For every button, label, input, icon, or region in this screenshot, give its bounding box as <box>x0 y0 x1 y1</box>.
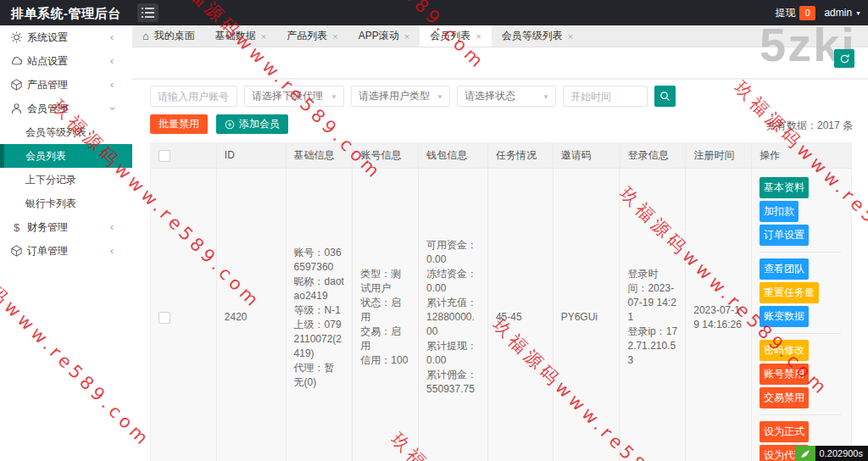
table-row: 2420 账号：0366597360 昵称：daotao2419 等级：N-1 … <box>151 169 851 461</box>
sidebar-item-order-management[interactable]: 订单管理 ‹ <box>0 239 132 263</box>
sidebar-item-finance-management[interactable]: $ 财务管理 ‹ <box>0 215 132 239</box>
sidebar: 系统设置 ‹ 站点设置 ‹ 产品管理 ‹ 会员管理 ‹ 会员等级列表 <box>0 25 132 461</box>
start-time-input[interactable] <box>563 86 648 107</box>
page-load-time-badge: 0.202900s <box>795 446 868 461</box>
home-icon: ⌂ <box>142 30 149 42</box>
col-header-id: ID <box>217 143 287 169</box>
username: admin <box>824 7 852 19</box>
cube-icon <box>10 79 23 92</box>
cell-actions: 基本资料 加扣款 订单设置 查看团队 重置任务量 账变数据 密码修改 账号禁用 <box>752 169 851 461</box>
order-settings-button[interactable]: 订单设置 <box>760 225 809 246</box>
app-title: 排单系统-管理后台 <box>11 6 121 22</box>
batch-disable-button[interactable]: 批量禁用 <box>150 114 208 134</box>
withdraw-menu[interactable]: 提现 0 <box>775 6 815 20</box>
cell-id: 2420 <box>217 169 287 461</box>
divider <box>132 78 868 80</box>
disable-account-button[interactable]: 账号禁用 <box>760 364 809 385</box>
chevron-down-icon: ▼ <box>542 93 549 101</box>
tab-app-scroll[interactable]: APP滚动 × <box>348 25 420 47</box>
close-icon[interactable]: × <box>332 31 337 42</box>
main-content: 5zki 请选择下级代理 ▼ 请选择用户类型 ▼ 请选择状态 ▼ <box>132 47 868 461</box>
refresh-icon <box>839 53 850 64</box>
add-member-button[interactable]: 添加会员 <box>216 114 288 134</box>
leaf-icon <box>795 446 815 461</box>
change-password-button[interactable]: 密码修改 <box>760 340 809 361</box>
refresh-captcha-button[interactable] <box>834 49 854 68</box>
sidebar-item-site-settings[interactable]: 站点设置 ‹ <box>0 49 132 73</box>
gear-icon <box>10 31 23 44</box>
balance-log-button[interactable]: 账变数据 <box>760 306 809 327</box>
agent-select[interactable]: 请选择下级代理 ▼ <box>244 86 344 107</box>
admin-app: 排单系统-管理后台 提现 0 admin ▼ 系统设置 ‹ <box>0 0 868 461</box>
withdraw-count-badge: 0 <box>799 6 815 20</box>
cell-account-info: 类型：测试用户 状态：启用 交易：启用 信用：100 <box>353 169 419 461</box>
top-bar: 排单系统-管理后台 提现 0 admin ▼ <box>0 0 868 25</box>
cloud-icon <box>10 55 23 68</box>
tab-member-list[interactable]: 会员列表 × <box>420 25 491 47</box>
chevron-down-icon: ▼ <box>855 10 861 16</box>
chevron-left-icon: ‹ <box>110 222 114 232</box>
tab-basic-data[interactable]: 基础数据 × <box>205 25 276 47</box>
view-team-button[interactable]: 查看团队 <box>760 258 809 280</box>
row-checkbox[interactable] <box>159 312 170 324</box>
tab-product-list[interactable]: 产品列表 × <box>276 25 348 47</box>
set-formal-button[interactable]: 设为正式 <box>760 421 809 442</box>
col-header-login-info: 登录信息 <box>620 143 687 169</box>
filter-bar: 请选择下级代理 ▼ 请选择用户类型 ▼ 请选择状态 ▼ <box>150 86 676 107</box>
cell-wallet-info: 可用资金：0.00 冻结资金：0.00 累计充值：12880000.00 累计提… <box>419 169 488 461</box>
account-search-input[interactable] <box>150 86 237 107</box>
search-icon <box>659 91 670 102</box>
tab-my-desktop[interactable]: ⌂ 我的桌面 <box>132 25 205 47</box>
col-header-actions: 操作 <box>752 143 851 169</box>
select-all-checkbox[interactable] <box>159 150 170 162</box>
sidebar-item-product-management[interactable]: 产品管理 ‹ <box>0 73 132 97</box>
user-icon <box>10 103 23 115</box>
status-select[interactable]: 请选择状态 ▼ <box>457 86 556 107</box>
close-icon[interactable]: × <box>404 31 409 42</box>
cell-task-status: 45-45 <box>488 169 554 461</box>
user-type-select[interactable]: 请选择用户类型 ▼ <box>351 86 450 107</box>
tab-member-level-list[interactable]: 会员等级列表 × <box>492 25 583 47</box>
chevron-down-icon: ▼ <box>331 93 337 101</box>
plus-circle-icon <box>225 119 235 130</box>
close-icon[interactable]: × <box>261 31 266 42</box>
load-time-text: 0.202900s <box>815 446 868 461</box>
col-header-task-status: 任务情况 <box>488 143 554 169</box>
col-header-wallet-info: 钱包信息 <box>419 143 488 169</box>
chevron-left-icon: ‹ <box>110 32 114 42</box>
menu-toggle-icon[interactable] <box>137 3 159 22</box>
cell-register-time: 2023-07-19 14:16:26 <box>686 169 752 461</box>
withdraw-label: 提现 <box>775 6 795 20</box>
user-menu[interactable]: admin ▼ <box>824 7 861 19</box>
sidebar-item-score-records[interactable]: 上下分记录 <box>0 168 132 192</box>
chevron-left-icon: ‹ <box>110 246 114 256</box>
sidebar-item-bank-card-list[interactable]: 银行卡列表 <box>0 192 132 215</box>
member-table: ID 基础信息 账号信息 钱包信息 任务情况 邀请码 登录信息 注册时间 操作 … <box>150 142 852 461</box>
sidebar-item-member-list[interactable]: 会员列表 <box>0 144 132 168</box>
sidebar-item-member-management[interactable]: 会员管理 ‹ <box>0 97 132 120</box>
chevron-down-icon: ▼ <box>437 93 443 101</box>
search-button[interactable] <box>654 86 676 107</box>
sidebar-item-system-settings[interactable]: 系统设置 ‹ <box>0 25 132 49</box>
chevron-left-icon: ‹ <box>110 80 114 90</box>
tab-bar: ⌂ 我的桌面 基础数据 × 产品列表 × APP滚动 × 会员列表 × 会员等级… <box>132 25 868 47</box>
dollar-icon: $ <box>10 221 23 234</box>
total-count-text: 共有数据：2017 条 <box>766 119 853 133</box>
col-header-invite-code: 邀请码 <box>554 143 620 169</box>
col-header-basic-info: 基础信息 <box>287 143 353 169</box>
col-header-account-info: 账号信息 <box>353 143 419 169</box>
cell-basic-info: 账号：0366597360 昵称：daotao2419 等级：N-1 上级：07… <box>287 169 353 461</box>
close-icon[interactable]: × <box>568 31 573 42</box>
adjust-balance-button[interactable]: 加扣款 <box>760 201 798 222</box>
disable-trade-button[interactable]: 交易禁用 <box>760 387 809 408</box>
cell-invite-code: PY6GUi <box>554 169 620 461</box>
sidebar-item-member-level-list[interactable]: 会员等级列表 <box>0 120 132 144</box>
reset-tasks-button[interactable]: 重置任务量 <box>760 282 819 303</box>
toolbar: 批量禁用 添加会员 <box>150 114 288 134</box>
chevron-left-icon: ‹ <box>110 56 114 66</box>
col-header-register-time: 注册时间 <box>686 143 752 169</box>
cube-icon <box>10 245 23 258</box>
profile-button[interactable]: 基本资料 <box>760 177 809 198</box>
table-header-row: ID 基础信息 账号信息 钱包信息 任务情况 邀请码 登录信息 注册时间 操作 <box>151 143 851 169</box>
close-icon[interactable]: × <box>476 31 481 42</box>
